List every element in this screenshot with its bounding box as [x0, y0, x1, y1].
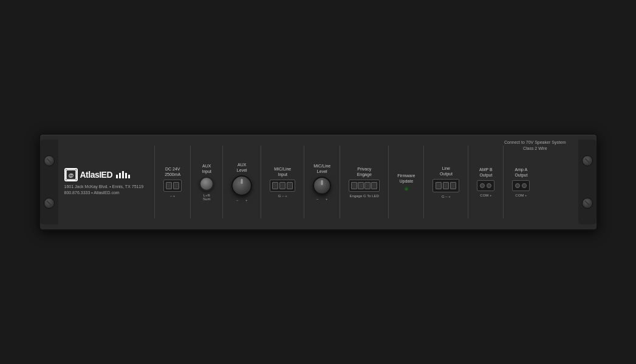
- rack-screw-top-right: [582, 155, 593, 166]
- aux-level-label: AUXLevel: [237, 162, 247, 173]
- panel-content: @ AtlasIED 1601 Jack McKay Blvd. • Ennis…: [64, 135, 572, 229]
- amp-b-section: AMP BOutput COM +: [473, 167, 498, 197]
- mic-line-level-section: MIC/LineLevel – +: [309, 163, 335, 201]
- address-line2: 800.876.3333 • AtlasIED.com: [64, 190, 120, 196]
- divider-dc: [190, 146, 191, 218]
- line-output-section: LineOutput G – +: [429, 166, 463, 198]
- amp-a-com: [515, 183, 520, 188]
- rack-screw-bottom-left: [44, 198, 55, 209]
- firmware-section: FirmwareUpdate: [394, 173, 419, 191]
- mic-line-level-knob[interactable]: [313, 177, 331, 195]
- dc-power-section: DC 24V 2500mA – +: [160, 166, 185, 198]
- firmware-led: [404, 186, 409, 191]
- logo-bars: [116, 171, 130, 178]
- aux-input-sublabel: L+RSum: [203, 194, 210, 201]
- aux-level-sublabel: – +: [236, 198, 248, 202]
- divider-mic-input: [304, 146, 304, 218]
- svg-text:@: @: [68, 172, 74, 178]
- aux-input-section: AUXInput L+RSum: [196, 163, 217, 201]
- logo-area: @ AtlasIED: [64, 168, 131, 181]
- mic-line-level-sublabel: – +: [316, 197, 328, 201]
- amp-b-pos: [487, 183, 491, 188]
- engage-pin-4: [371, 182, 377, 189]
- line-out-g: [436, 182, 442, 189]
- engage-terminal[interactable]: [349, 180, 380, 192]
- mic-pin-pos: [287, 182, 293, 189]
- engage-pin-2: [358, 182, 364, 189]
- divider-brand: [154, 146, 155, 218]
- engage-sublabel: Engage G To LED: [350, 194, 379, 198]
- mic-line-input-label: MIC/LineInput: [274, 166, 291, 177]
- mic-pin-neg: [279, 182, 286, 189]
- amp-a-label: Amp AOutput: [515, 167, 527, 178]
- rack-screw-bottom-right: [582, 198, 593, 209]
- aux-input-label: AUXInput: [202, 163, 211, 174]
- rack-screw-top-left: [44, 155, 55, 166]
- mic-pin-g: [272, 182, 278, 189]
- mic-line-level-label: MIC/LineLevel: [313, 163, 330, 174]
- divider-privacy: [388, 146, 389, 218]
- firmware-label: FirmwareUpdate: [397, 173, 415, 184]
- dc-pin-neg: [166, 182, 172, 189]
- amp-b-label: AMP BOutput: [479, 167, 493, 178]
- aux-level-section: AUXLevel – +: [228, 162, 256, 202]
- mic-line-input-section: MIC/LineInput G – +: [266, 166, 299, 198]
- mic-line-input-sublabel: G – +: [278, 194, 287, 198]
- rack-ear-right: [578, 140, 597, 224]
- divider-firmware: [423, 146, 424, 218]
- engage-pin-3: [364, 182, 371, 189]
- rack-ear-left: [40, 140, 58, 224]
- amp-b-terminal[interactable]: [477, 180, 494, 191]
- dc-sublabel: – +: [170, 194, 176, 198]
- aux-level-knob[interactable]: [231, 175, 252, 196]
- amp-a-pos: [522, 183, 527, 188]
- line-output-sublabel: G – +: [442, 195, 451, 198]
- amp-a-terminal[interactable]: [512, 180, 530, 191]
- divider-amp-b: [503, 146, 504, 218]
- address-line1: 1601 Jack McKay Blvd. • Ennis, TX 75119: [64, 184, 144, 190]
- mic-line-input-terminal[interactable]: [270, 180, 295, 192]
- engage-pin-1: [351, 182, 357, 189]
- amp-a-section: Amp AOutput COM +: [508, 167, 533, 197]
- brand-section: @ AtlasIED 1601 Jack McKay Blvd. • Ennis…: [64, 168, 150, 196]
- divider-aux-input: [222, 146, 223, 218]
- dc-terminal[interactable]: [163, 180, 182, 192]
- dc-connector: [163, 180, 182, 192]
- speaker-note: Connect to 70V Speaker System Class 2 Wi…: [504, 140, 566, 152]
- aux-input-jack[interactable]: [199, 177, 214, 191]
- divider-mic-level: [340, 146, 340, 218]
- rack-unit: Connect to 70V Speaker System Class 2 Wi…: [39, 133, 598, 231]
- dc-pin-pos: [173, 182, 179, 189]
- atlas-logo-icon: @: [64, 168, 78, 181]
- divider-aux-level: [261, 146, 261, 218]
- privacy-engage-label: PrivacyEngage: [357, 166, 372, 177]
- line-output-label: LineOutput: [440, 166, 453, 177]
- line-output-terminal[interactable]: [433, 179, 459, 192]
- engage-block: [349, 180, 380, 192]
- divider-line-output: [468, 146, 468, 218]
- amp-a-sublabel: COM +: [515, 194, 527, 197]
- dc-power-label: DC 24V 2500mA: [165, 166, 180, 177]
- line-out-neg: [443, 182, 449, 189]
- line-out-pos: [450, 182, 456, 189]
- amp-b-com: [480, 183, 485, 188]
- amp-b-sublabel: COM +: [480, 194, 491, 197]
- brand-name: AtlasIED: [80, 170, 113, 180]
- privacy-engage-section: PrivacyEngage Engage G To LED: [345, 166, 383, 198]
